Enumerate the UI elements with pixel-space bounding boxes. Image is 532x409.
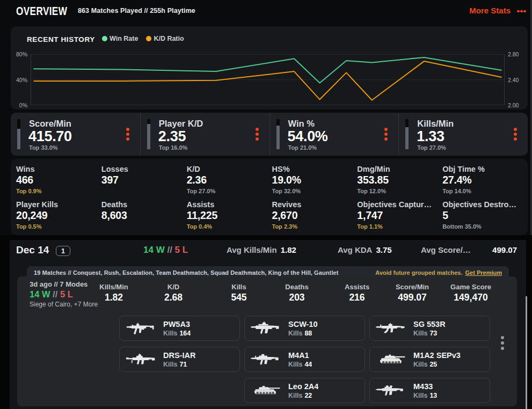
match-meta: 3d ago // 7 Modes 14 W // 5 L Siege of C… <box>30 280 98 308</box>
battle-rifle-icon <box>251 320 282 337</box>
chart-legend: Win Rate K/D Ratio <box>102 35 184 42</box>
carbine-icon <box>251 351 282 368</box>
session-section: Dec 14 1 14 W // 5 L Avg Kills/Min1.82 A… <box>0 235 532 409</box>
match-time: 3d ago // 7 Modes <box>30 280 98 288</box>
y-axis-tick: 2.80 <box>508 51 526 57</box>
more-stats-link[interactable]: More Stats <box>469 6 511 15</box>
stat-revives: Revives 2,670 Top 2.3% <box>272 196 357 232</box>
stat-assists: Assists 11,225 Top 0.4% <box>187 196 272 232</box>
match-stat-assists: Assists 216 <box>345 283 369 303</box>
weapon-tile[interactable]: M1A2 SEPv3 Kills25 <box>369 347 490 372</box>
y-axis-tick: 80% <box>11 51 27 57</box>
recent-history-title: RECENT HISTORY <box>27 35 95 43</box>
stat-deaths: Deaths 8,603 <box>101 196 187 232</box>
percentile-bar <box>17 119 20 149</box>
stat-card-percentile: Top 21.0% <box>288 144 317 151</box>
match-stat-deaths: Deaths 203 <box>285 283 308 303</box>
match-card[interactable]: 3d ago // 7 Modes 14 W // 5 L Siege of C… <box>17 276 517 406</box>
stat-card-percentile: Top 16.0% <box>159 144 188 151</box>
session-content: Dec 14 1 14 W // 5 L Avg Kills/Min1.82 A… <box>10 240 526 409</box>
dmr-icon <box>126 351 157 368</box>
stat-card-value: 54.0% <box>288 128 328 145</box>
match-stat-kd: K/D 2.68 <box>164 283 183 303</box>
percentile-bar <box>147 119 150 149</box>
get-premium-link[interactable]: Get Premium <box>465 269 502 276</box>
y-axis-tick: 2.00 <box>508 102 526 108</box>
session-avg-score: Avg Score/…499.07 <box>421 245 517 254</box>
recent-history-panel: RECENT HISTORY Win Rate K/D Ratio 80% 40… <box>11 26 528 109</box>
stat-card-menu-icon[interactable] <box>384 128 388 141</box>
stat-card-label: Score/Min <box>29 119 71 129</box>
weapon-tile[interactable]: SG 553R Kills73 <box>369 316 490 341</box>
session-header: Dec 14 1 14 W // 5 L Avg Kills/Min1.82 A… <box>10 240 526 262</box>
legend-kd-ratio-label: K/D Ratio <box>154 35 184 42</box>
weapon-tile[interactable]: PW5A3 Kills164 <box>119 316 240 341</box>
weapon-tile[interactable]: M4A1 Kills44 <box>244 347 365 372</box>
match-menu-icon[interactable] <box>501 336 504 350</box>
legend-win-rate-label: Win Rate <box>110 35 138 42</box>
premium-note: Avoid future grouped matches.Get Premium <box>375 269 502 276</box>
history-line-chart <box>31 54 505 105</box>
stat-card-menu-icon[interactable] <box>514 128 517 141</box>
stat-card-percentile: Top 33.0% <box>29 144 58 151</box>
stats-grid: Wins 466 Top 0.9% Losses 397 K/D 2.36 To… <box>11 159 528 235</box>
page-subtitle: 863 Matches Played // 255h Playtime <box>78 7 195 14</box>
session-avg-kda: Avg KDA3.75 <box>338 245 392 254</box>
match-win-loss: 14 W // 5 L <box>30 289 98 300</box>
stat-player-kills: Player Kills 20,249 Top 0.5% <box>16 196 101 232</box>
stat-losses: Losses 397 <box>101 161 187 196</box>
match-stat-score-min: Score/Min 499.07 <box>396 283 429 303</box>
tank-icon <box>376 351 407 368</box>
stat-obj-time: Obj Time % 27.4% Top 14.0% <box>442 161 528 196</box>
stat-card-score-min: Score/Min 415.70 Top 33.0% <box>11 113 140 156</box>
legend-kd-ratio[interactable]: K/D Ratio <box>146 35 184 42</box>
weapon-tile[interactable]: DRS-IAR Kills71 <box>119 347 240 372</box>
more-options-icon[interactable] <box>517 10 526 13</box>
page-title: OVERVIEW <box>16 4 67 18</box>
match-stat-kills: Kills 545 <box>231 283 246 303</box>
page-scrollbar[interactable] <box>530 0 532 236</box>
session-wins: 14 W <box>143 245 165 255</box>
stat-kd: K/D 2.36 Top 27.0% <box>187 161 272 196</box>
y-axis-tick: 0% <box>11 102 27 108</box>
featured-stats-row: Score/Min 415.70 Top 33.0% Player K/D 2.… <box>11 113 528 156</box>
weapon-tile[interactable]: SCW-10 Kills88 <box>244 316 365 341</box>
stat-card-label: Kills/Min <box>417 119 454 129</box>
session-date: Dec 14 <box>16 244 49 256</box>
grouped-matches-info: 19 Matches // Conquest, Rush, Escalation… <box>34 269 339 276</box>
stat-card-player-kd: Player K/D 2.35 Top 16.0% <box>140 113 269 156</box>
stat-card-menu-icon[interactable] <box>126 128 129 141</box>
kd-ratio-dot-icon <box>146 36 151 41</box>
scrollbar-thumb[interactable] <box>526 296 527 409</box>
stat-card-kills-min: Kills/Min 1.33 Top 27.0% <box>398 113 528 156</box>
stat-card-menu-icon[interactable] <box>256 128 259 141</box>
top-bar: OVERVIEW 863 Matches Played // 255h Play… <box>0 0 532 24</box>
carbine-icon <box>376 382 407 399</box>
match-losses: 5 L <box>60 289 73 299</box>
stat-wins: Wins 466 Top 0.9% <box>16 161 101 196</box>
stat-card-label: Player K/D <box>159 119 203 129</box>
match-stat-kills-min: Kills/Min 1.82 <box>99 283 128 303</box>
legend-win-rate[interactable]: Win Rate <box>102 35 138 42</box>
weapons-grid: PW5A3 Kills164 SCW-10 Kills88 SG 553R Ki… <box>119 316 490 405</box>
session-count-badge: 1 <box>56 246 70 256</box>
weapon-tile[interactable]: Leo 2A4 Kills22 <box>244 378 365 403</box>
weapon-tile[interactable]: M433 Kills13 <box>369 378 490 403</box>
win-rate-dot-icon <box>102 36 107 41</box>
stat-objectives-destroyed: Objectives Destro… 5 Bottom 35.0% <box>442 196 528 232</box>
tank-icon <box>251 382 282 399</box>
percentile-bar <box>405 119 409 149</box>
y-axis-tick: 40% <box>11 77 27 83</box>
stat-dmg-min: Dmg/Min 353.85 Top 12.0% <box>357 161 442 196</box>
stat-card-value: 2.35 <box>158 128 186 145</box>
percentile-bar <box>276 119 280 149</box>
stat-card-label: Win % <box>288 119 315 129</box>
match-stat-game-score: Game Score 149,470 <box>450 283 491 303</box>
stat-objectives-captured: Objectives Captur… 1,747 Top 1.1% <box>357 196 442 232</box>
overview-page: OVERVIEW 863 Matches Played // 255h Play… <box>0 0 532 409</box>
stat-card-value: 1.33 <box>417 128 444 145</box>
assault-rifle-icon <box>376 320 407 337</box>
session-avg-kills-min: Avg Kills/Min1.82 <box>227 245 296 254</box>
session-losses: 5 L <box>175 245 188 255</box>
stat-card-value: 415.70 <box>28 128 72 145</box>
